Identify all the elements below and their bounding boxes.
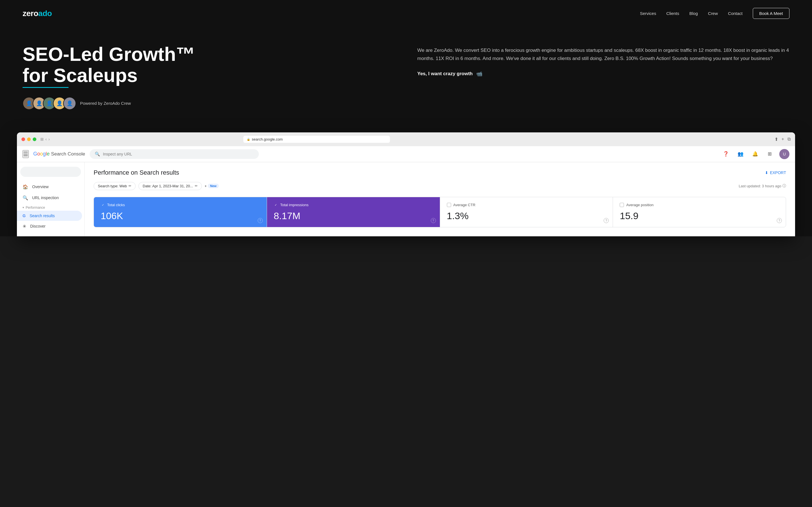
gsc-main-content: Performance on Search results ⬇ EXPORT S…	[85, 162, 795, 236]
crew-avatars: 👤 👤 👤 👤 👤	[22, 97, 76, 110]
date-range-filter[interactable]: Date: Apr 1, 2023-Mar 31, 20... ✏	[139, 182, 202, 190]
share-icon[interactable]: ⬆	[774, 136, 778, 142]
edit-icon: ✏	[129, 184, 132, 188]
notifications-icon-button[interactable]: 🔔	[750, 149, 760, 159]
export-label: EXPORT	[770, 170, 786, 175]
metric-value-ctr: 1.3%	[447, 210, 606, 221]
inner-browser-controls: ⊞ ‹ ›	[40, 137, 50, 142]
inner-browser-chrome: ⊞ ‹ › 🔒 search.google.com ⬆ + ⧉	[17, 132, 795, 146]
search-results-label: Search results	[30, 214, 55, 218]
avatar: 👤	[63, 97, 76, 110]
discover-label: Discover	[30, 224, 45, 228]
sidebar-item-discover[interactable]: ✳ Discover	[17, 221, 84, 232]
add-filter-button[interactable]: + New	[205, 184, 219, 188]
site-logo[interactable]: zeroado	[22, 9, 52, 18]
hero-right: We are ZeroAdo. We convert SEO into a fe…	[417, 44, 790, 77]
edit-icon: ✏	[195, 184, 198, 188]
metric-header-ctr: Average CTR	[447, 203, 606, 207]
gsc-app: ☰ Google Search Console 🔍 ❓ 👥 🔔 ⊞ U	[17, 146, 795, 236]
export-button[interactable]: ⬇ EXPORT	[765, 170, 786, 175]
metric-checkbox-clicks[interactable]: ✓	[101, 203, 105, 207]
new-tab-icon[interactable]: +	[781, 136, 784, 142]
nav-clients[interactable]: Clients	[666, 11, 679, 16]
overview-label: Overview	[32, 184, 49, 189]
gsc-main-header: Performance on Search results ⬇ EXPORT	[94, 169, 786, 176]
search-type-filter[interactable]: Search type: Web ✏	[94, 182, 136, 190]
property-selector[interactable]	[20, 167, 81, 177]
book-meet-button[interactable]: Book A Meet	[753, 8, 790, 19]
sidebar-toggle-icon[interactable]: ⊞	[40, 137, 44, 142]
crew-label: Powered by ZeroAdo Crew	[80, 101, 131, 106]
metric-value-position: 15.9	[620, 210, 779, 221]
inner-address-bar[interactable]: 🔒 search.google.com	[243, 136, 390, 143]
metric-value-impressions: 8.17M	[274, 210, 433, 221]
hero-left: SEO-Led Growth™ for Scaleups 👤 👤 👤 👤 👤 P…	[22, 44, 395, 110]
apps-icon-button[interactable]: ⊞	[765, 149, 775, 159]
lock-icon: 🔒	[247, 138, 250, 141]
metric-checkbox-ctr[interactable]	[447, 203, 451, 207]
crew-row: 👤 👤 👤 👤 👤 Powered by ZeroAdo Crew	[22, 97, 395, 110]
copy-icon[interactable]: ⧉	[788, 136, 791, 142]
help-icon[interactable]: ?	[258, 218, 263, 223]
metric-name-clicks: Total clicks	[107, 203, 125, 207]
home-icon: 🏠	[22, 184, 28, 189]
hero-title: SEO-Led Growth™ for Scaleups	[22, 44, 395, 88]
nav-services[interactable]: Services	[640, 11, 656, 16]
hamburger-menu-button[interactable]: ☰	[22, 150, 29, 158]
inner-minimize-button[interactable]	[27, 137, 31, 141]
metric-card-total-clicks[interactable]: ✓ Total clicks 106K ?	[94, 197, 267, 227]
metric-checkbox-impressions[interactable]: ✓	[274, 203, 278, 207]
gsc-sidebar: 🏠 Overview 🔍 URL inspection ▾ Performanc…	[17, 162, 85, 236]
metric-name-ctr: Average CTR	[453, 203, 476, 207]
new-badge: New	[208, 184, 219, 188]
gsc-logo: Google Search Console	[33, 151, 85, 157]
info-icon: ⓘ	[782, 183, 786, 188]
metric-card-avg-position[interactable]: Average position 15.9 ?	[613, 197, 786, 227]
video-camera-icon: 📹	[476, 71, 483, 77]
hero-cta: Yes, I want crazy growth 📹	[417, 71, 790, 77]
inner-maximize-button[interactable]	[33, 137, 36, 141]
nav-forward-icon[interactable]: ›	[49, 137, 50, 142]
asterisk-icon: ✳	[22, 224, 26, 229]
nav-crew[interactable]: Crew	[708, 11, 718, 16]
sidebar-item-overview[interactable]: 🏠 Overview	[17, 181, 84, 192]
help-icon[interactable]: ?	[431, 218, 436, 223]
performance-section-header[interactable]: ▾ Performance	[17, 203, 84, 211]
help-icon-button[interactable]: ❓	[721, 149, 731, 159]
hero-section: SEO-Led Growth™ for Scaleups 👤 👤 👤 👤 👤 P…	[0, 27, 812, 132]
users-icon-button[interactable]: 👥	[735, 149, 746, 159]
user-avatar[interactable]: U	[779, 149, 790, 159]
nav-blog[interactable]: Blog	[689, 11, 698, 16]
hero-cta-text[interactable]: Yes, I want crazy growth	[417, 71, 473, 76]
gsc-topbar-icons: ❓ 👥 🔔 ⊞ U	[721, 149, 790, 159]
date-range-label: Date: Apr 1, 2023-Mar 31, 20...	[143, 184, 193, 188]
nav-back-icon[interactable]: ‹	[45, 137, 47, 142]
download-icon: ⬇	[765, 170, 768, 175]
help-icon[interactable]: ?	[777, 218, 782, 223]
gsc-body: 🏠 Overview 🔍 URL inspection ▾ Performanc…	[17, 162, 795, 236]
metric-card-total-impressions[interactable]: ✓ Total impressions 8.17M ?	[267, 197, 440, 227]
gsc-topbar: ☰ Google Search Console 🔍 ❓ 👥 🔔 ⊞ U	[17, 146, 795, 162]
sidebar-item-search-results[interactable]: G Search results	[17, 211, 82, 221]
search-type-label: Search type: Web	[98, 184, 127, 188]
metric-checkbox-position[interactable]	[620, 203, 624, 207]
inner-toolbar-right: ⬆ + ⧉	[774, 136, 791, 142]
sidebar-item-url-inspection[interactable]: 🔍 URL inspection	[17, 192, 84, 203]
metric-value-clicks: 106K	[101, 210, 260, 221]
google-g-icon: G	[22, 214, 26, 218]
gsc-search-bar[interactable]: 🔍	[90, 149, 259, 159]
metric-card-avg-ctr[interactable]: Average CTR 1.3% ?	[440, 197, 613, 227]
metric-header-impressions: ✓ Total impressions	[274, 203, 433, 207]
metric-header-clicks: ✓ Total clicks	[101, 203, 260, 207]
help-icon[interactable]: ?	[604, 218, 609, 223]
search-icon: 🔍	[95, 152, 100, 157]
inner-close-button[interactable]	[21, 137, 25, 141]
nav-contact[interactable]: Contact	[728, 11, 743, 16]
metric-header-position: Average position	[620, 203, 779, 207]
inner-browser: ⊞ ‹ › 🔒 search.google.com ⬆ + ⧉ ☰ Google	[17, 132, 795, 236]
plus-icon: +	[205, 184, 207, 188]
url-inspect-input[interactable]	[103, 152, 254, 156]
gsc-metrics: ✓ Total clicks 106K ? ✓ Total impression…	[94, 197, 786, 227]
hero-description: We are ZeroAdo. We convert SEO into a fe…	[417, 47, 790, 63]
last-updated-text: Last updated: 3 hours ago ⓘ	[739, 183, 786, 188]
